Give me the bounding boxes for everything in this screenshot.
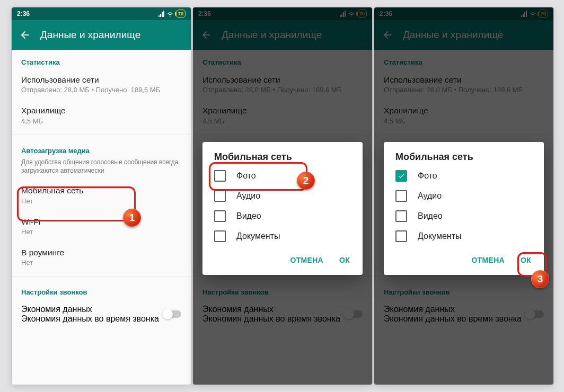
ok-button[interactable]: ОК xyxy=(334,252,355,269)
checkbox-icon[interactable] xyxy=(214,170,226,182)
section-stats: Статистика xyxy=(12,50,191,69)
option-docs[interactable]: Документы xyxy=(202,226,363,246)
wifi-icon xyxy=(166,10,174,17)
cancel-button[interactable]: ОТМЕНА xyxy=(466,252,509,269)
checkbox-checked-icon[interactable] xyxy=(395,170,407,182)
checkbox-icon[interactable] xyxy=(214,210,226,222)
option-video[interactable]: Видео xyxy=(202,206,363,226)
ok-button[interactable]: ОК xyxy=(515,252,536,269)
dialog-actions: ОТМЕНА ОК xyxy=(384,246,544,273)
item-mobile-network[interactable]: Мобильная сеть Нет xyxy=(12,180,191,211)
phone-screen-2: 2:36 70 Данные и хранилище Статистика Ис… xyxy=(193,7,372,385)
item-roaming[interactable]: В роуминге Нет xyxy=(12,242,191,273)
mobile-network-dialog: Мобильная сеть Фото Аудио Видео Документ… xyxy=(384,142,544,275)
option-photo[interactable]: Фото xyxy=(202,166,363,186)
checkbox-icon[interactable] xyxy=(214,230,226,242)
checkbox-icon[interactable] xyxy=(395,190,407,202)
option-audio[interactable]: Аудио xyxy=(202,186,363,206)
dialog-title: Мобильная сеть xyxy=(202,152,363,166)
autoload-desc: Для удобства общения голосовые сообщения… xyxy=(12,158,191,180)
status-bar: 2:36 70 xyxy=(12,7,191,20)
status-right: 70 xyxy=(158,10,186,18)
arrow-left-icon xyxy=(19,29,31,41)
mobile-network-dialog: Мобильная сеть Фото Аудио Видео Документ… xyxy=(202,142,363,275)
divider xyxy=(12,135,191,135)
appbar-title: Данные и хранилище xyxy=(40,29,140,41)
app-bar: Данные и хранилище xyxy=(12,20,191,50)
item-data-saver[interactable]: Экономия данных Экономия данных во время… xyxy=(12,299,191,330)
settings-list: Статистика Использование сети Отправлено… xyxy=(12,50,191,385)
option-photo[interactable]: Фото xyxy=(384,166,544,186)
dialog-actions: ОТМЕНА ОК xyxy=(202,246,363,273)
option-audio[interactable]: Аудио xyxy=(384,186,544,206)
signal-icon xyxy=(158,11,164,17)
battery-indicator: 70 xyxy=(176,10,186,18)
item-storage[interactable]: Хранилище 4,5 МБ xyxy=(12,100,191,131)
status-time: 2:36 xyxy=(17,10,30,17)
stage: { "status": { "time": "2:36", "battery":… xyxy=(0,0,564,392)
phone-screen-3: 2:36 70 Данные и хранилище Статистика Ис… xyxy=(374,7,553,385)
section-calls: Настройки звонков xyxy=(12,280,191,299)
back-button[interactable] xyxy=(19,29,31,41)
data-saver-switch[interactable] xyxy=(163,310,181,318)
item-wifi[interactable]: Wi-Fi Нет xyxy=(12,211,191,242)
divider xyxy=(12,276,191,277)
dialog-title: Мобильная сеть xyxy=(384,152,544,166)
phone-screen-1: 2:36 70 Данные и хранилище Статистика Ис… xyxy=(12,7,191,385)
checkbox-icon[interactable] xyxy=(395,210,407,222)
checkbox-icon[interactable] xyxy=(395,230,407,242)
item-network-usage[interactable]: Использование сети Отправлено: 28,0 МБ •… xyxy=(12,69,191,100)
cancel-button[interactable]: ОТМЕНА xyxy=(285,252,328,269)
option-docs[interactable]: Документы xyxy=(384,226,544,246)
section-autoload: Автозагрузка медиа xyxy=(12,138,191,158)
option-video[interactable]: Видео xyxy=(384,206,544,226)
checkbox-icon[interactable] xyxy=(214,190,226,202)
